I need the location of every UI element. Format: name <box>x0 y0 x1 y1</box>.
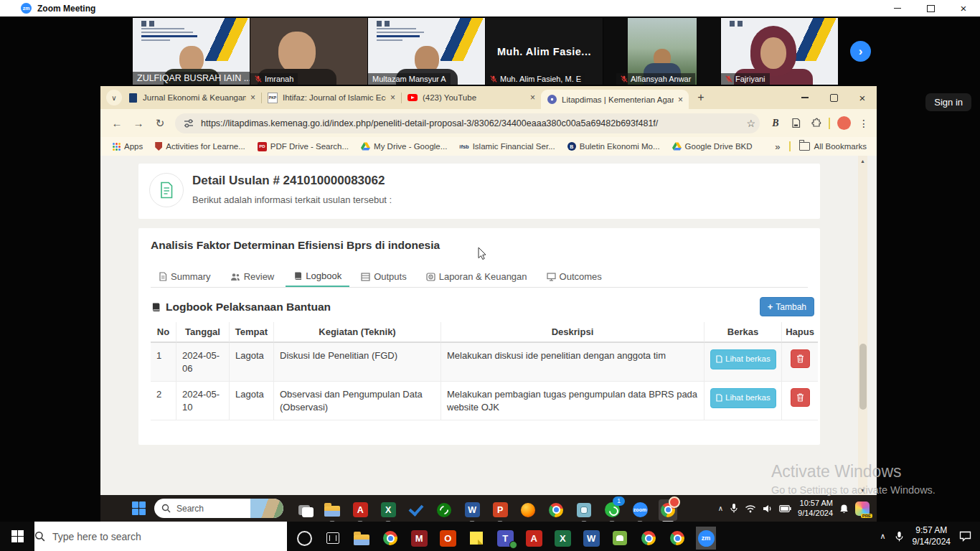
office-icon[interactable]: O <box>438 527 458 550</box>
back-button[interactable]: ← <box>106 117 128 129</box>
participant-tile-active-speaker[interactable]: Multazam Mansyur A <box>368 18 485 85</box>
tab-litapdimas-active[interactable]: Litapdimas | Kementerian Agam... <box>541 90 689 109</box>
tab-close-icon[interactable] <box>390 93 395 103</box>
scrollbar-thumb[interactable] <box>859 344 867 410</box>
zoom-icon[interactable]: zm <box>696 527 716 550</box>
next-participants-button[interactable] <box>850 41 871 62</box>
new-tab-button[interactable] <box>692 88 710 107</box>
mic-icon[interactable] <box>895 531 904 542</box>
scroll-up-icon[interactable] <box>858 156 867 166</box>
acrobat-icon[interactable]: A <box>524 527 544 550</box>
local-clock[interactable]: 9:57 AM 9/14/2024 <box>913 525 951 547</box>
maximize-button[interactable] <box>914 0 947 17</box>
battery-icon[interactable] <box>779 505 791 512</box>
firefox-icon[interactable] <box>519 499 537 521</box>
address-bar[interactable]: https://litapdimas.kemenag.go.id/index.p… <box>175 113 760 133</box>
shared-clock[interactable]: 10:57 AM 9/14/2024 <box>798 499 833 519</box>
delete-button[interactable] <box>791 388 810 407</box>
tab-review[interactable]: Review <box>222 266 283 287</box>
remote-desktop-icon[interactable] <box>575 499 593 521</box>
bookmark-ifsb[interactable]: Islamic Financial Ser... <box>459 142 555 151</box>
tab-outcomes[interactable]: Outcomes <box>539 266 610 287</box>
site-settings-icon[interactable] <box>184 118 194 128</box>
tab-logbook-active[interactable]: Logbook <box>286 266 349 287</box>
xbox-icon[interactable] <box>435 499 453 521</box>
tab-laporan-keuangan[interactable]: Laporan & Keuangan <box>418 266 535 287</box>
taskbar-search[interactable]: Search <box>154 499 283 518</box>
tab-summary[interactable]: Summary <box>151 266 219 287</box>
lihat-berkas-button[interactable]: Lihat berkas <box>710 349 776 369</box>
tab-close-icon[interactable] <box>250 93 255 103</box>
browser-restore-button[interactable] <box>819 86 848 109</box>
mic-icon[interactable] <box>730 503 738 514</box>
excel-icon[interactable]: X <box>552 527 573 550</box>
chrome-icon[interactable] <box>380 527 400 550</box>
tab-outputs[interactable]: Outputs <box>353 266 415 287</box>
scroll-down-icon[interactable] <box>858 485 867 495</box>
sticky-notes-icon[interactable] <box>466 527 486 550</box>
reading-list-icon[interactable] <box>786 118 806 128</box>
delete-button[interactable] <box>791 349 810 368</box>
whatsapp-icon[interactable]: 1 <box>603 499 621 521</box>
excel-icon[interactable]: X <box>379 499 397 521</box>
participant-tile[interactable]: Alfiansyah Anwar <box>603 18 720 85</box>
tab-jurnal-ekonomi[interactable]: Jurnal Ekonomi & Keuangan Isl... <box>122 86 261 109</box>
action-center-icon[interactable] <box>959 531 971 542</box>
browser-menu-icon[interactable] <box>855 118 872 129</box>
tab-search-chevron-icon[interactable] <box>106 90 122 105</box>
bookmark-activities[interactable]: Activities for Learne... <box>155 142 245 151</box>
participant-tile[interactable]: Fajriyani <box>721 18 838 85</box>
extensions-puzzle-icon[interactable] <box>806 118 826 128</box>
chrome-icon[interactable] <box>659 499 677 521</box>
chrome-profile-icon[interactable] <box>639 527 659 550</box>
tab-ihtifaz[interactable]: Ihtifaz: Journal of Islamic Econo... <box>262 86 401 109</box>
copilot-icon[interactable]: PRE <box>855 501 870 516</box>
tab-youtube[interactable]: (423) YouTube <box>402 86 541 109</box>
all-bookmarks-button[interactable]: All Bookmarks <box>799 142 867 151</box>
word-icon[interactable]: W <box>463 499 481 521</box>
sign-in-button[interactable]: Sign in <box>925 93 971 111</box>
bookmarks-overflow-icon[interactable] <box>775 141 780 152</box>
profile-avatar[interactable] <box>837 116 851 130</box>
to-do-icon[interactable] <box>407 499 425 521</box>
task-view-icon[interactable] <box>323 527 343 550</box>
mendeley-icon[interactable]: M <box>409 527 429 550</box>
chrome-icon[interactable] <box>547 499 565 521</box>
forward-button[interactable]: → <box>128 117 149 129</box>
wifi-icon[interactable] <box>745 504 756 513</box>
notification-bell-icon[interactable] <box>839 504 849 514</box>
lihat-berkas-button[interactable]: Lihat berkas <box>710 388 776 408</box>
bitwarden-extension-icon[interactable] <box>765 118 786 129</box>
page-scrollbar[interactable] <box>858 156 867 495</box>
android-emulator-icon[interactable] <box>610 527 630 550</box>
start-button[interactable] <box>132 501 146 515</box>
bookmark-buletin[interactable]: Buletin Ekonomi Mo... <box>567 142 660 151</box>
tray-chevron-icon[interactable] <box>718 504 723 512</box>
participant-tile[interactable]: Imranah <box>250 18 367 85</box>
volume-icon[interactable] <box>763 504 773 513</box>
bookmark-apps[interactable]: Apps <box>113 142 143 151</box>
taskbar-search[interactable]: Type here to search <box>34 522 287 551</box>
file-explorer-icon[interactable] <box>323 499 341 521</box>
participant-tile[interactable]: Muh. Alim Fasie... Muh. Alim Fasieh, M. … <box>486 18 603 85</box>
acrobat-icon[interactable]: A <box>351 499 369 521</box>
tab-close-icon[interactable] <box>530 93 535 103</box>
tambah-button[interactable]: Tambah <box>760 297 814 316</box>
start-button[interactable] <box>0 522 34 551</box>
task-view-icon[interactable] <box>295 499 314 521</box>
bookmark-pdf-drive[interactable]: PDF Drive - Search... <box>258 142 349 151</box>
bookmark-drive-bkd[interactable]: Google Drive BKD <box>672 142 753 151</box>
tab-close-icon[interactable] <box>678 95 683 105</box>
word-icon[interactable]: W <box>581 527 601 550</box>
browser-minimize-button[interactable] <box>791 86 819 109</box>
browser-close-button[interactable] <box>848 86 877 109</box>
minimize-button[interactable] <box>881 0 914 17</box>
zoom-icon[interactable]: zoom <box>631 499 649 521</box>
cortana-icon[interactable] <box>294 527 314 550</box>
chrome-profile-icon[interactable] <box>667 527 687 550</box>
participant-tile[interactable]: ZULFIQAR BUSRAH IAIN ... <box>133 18 250 85</box>
close-button[interactable] <box>947 0 980 17</box>
reload-button[interactable]: ↻ <box>149 117 171 130</box>
teams-icon[interactable]: T <box>495 527 515 550</box>
bookmark-my-drive[interactable]: My Drive - Google... <box>361 142 447 151</box>
